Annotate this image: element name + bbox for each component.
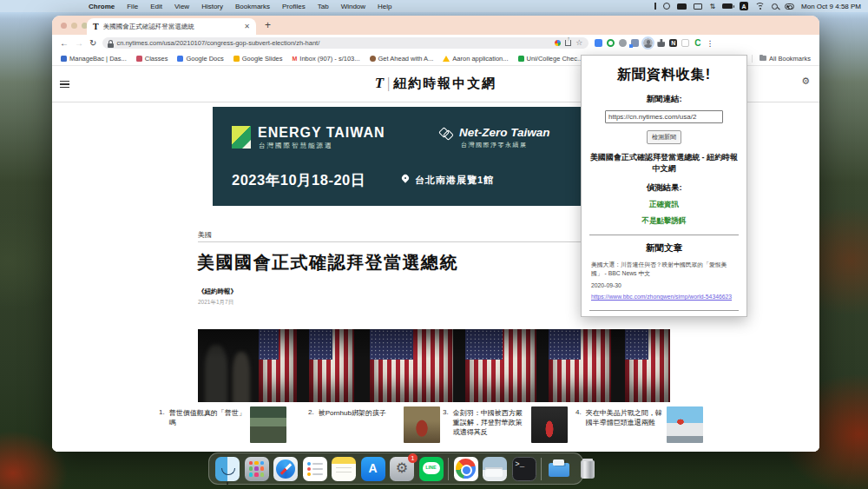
gray-extension-icon[interactable] bbox=[619, 39, 627, 47]
control-center-icon[interactable] bbox=[785, 3, 794, 10]
display-status-icon[interactable] bbox=[694, 3, 702, 10]
slate-extension-icon[interactable] bbox=[631, 39, 639, 47]
lock-icon[interactable] bbox=[108, 40, 113, 43]
list-item[interactable]: 4. 夾在中美晶片戰之間，韓國半導體巨頭進退兩難 bbox=[575, 408, 662, 427]
browser-tab[interactable]: T 美國國會正式確認拜登當選總統 ✕ bbox=[87, 18, 256, 35]
all-bookmarks-button[interactable]: All Bookmarks bbox=[752, 55, 811, 63]
menu-item-tab[interactable]: Tab bbox=[318, 3, 329, 10]
recirculation-list: 1. 普世價值觀真的「普世」嗎 2. 被Pornhub綁架的孩子 3. 金刻羽：… bbox=[52, 402, 819, 452]
menu-item-help[interactable]: Help bbox=[378, 3, 391, 10]
list-rank: 2. bbox=[308, 408, 314, 418]
related-article-link[interactable]: https://www.bbc.com/zhongwen/simp/world-… bbox=[591, 293, 737, 301]
close-window-button[interactable] bbox=[61, 23, 67, 29]
menu-item-history[interactable]: History bbox=[201, 3, 223, 10]
news-collector-extension-icon[interactable] bbox=[643, 38, 653, 48]
menu-item-bookmarks[interactable]: Bookmarks bbox=[235, 3, 270, 10]
minimize-window-button[interactable] bbox=[71, 23, 77, 29]
tab-close-icon[interactable]: ✕ bbox=[244, 23, 250, 30]
battery-icon[interactable] bbox=[722, 3, 733, 9]
bookmark-google-slides[interactable]: Google Slides bbox=[233, 55, 283, 63]
news-link-input[interactable] bbox=[605, 110, 723, 123]
bookmark-star-icon[interactable]: ☆ bbox=[575, 39, 582, 47]
spotlight-icon[interactable] bbox=[772, 3, 778, 10]
bookmark-label: Inbox (907) - s/103... bbox=[299, 55, 359, 63]
launchpad-grid bbox=[249, 461, 265, 477]
list-thumbnail[interactable] bbox=[531, 406, 568, 443]
event-date: 2023年10月18-20日 bbox=[232, 171, 365, 190]
line-dock-icon[interactable] bbox=[419, 457, 444, 481]
list-item[interactable]: 2. 被Pornhub綁架的孩子 bbox=[308, 408, 400, 418]
translate-icon[interactable] bbox=[555, 40, 561, 46]
chrome-dock-icon[interactable] bbox=[454, 457, 478, 481]
keyboard-status-icon[interactable] bbox=[677, 3, 687, 10]
input-source-icon[interactable]: A bbox=[740, 2, 748, 10]
wifi-icon[interactable] bbox=[755, 3, 765, 10]
bookmark-classes[interactable]: Classes bbox=[136, 55, 168, 63]
notes-dock-icon[interactable] bbox=[332, 457, 356, 481]
logo-divider: | bbox=[387, 76, 390, 90]
green-ring-extension-icon[interactable] bbox=[607, 39, 615, 47]
bookmark-uni-college[interactable]: Uni/College Chec... bbox=[518, 55, 583, 63]
list-thumbnail[interactable] bbox=[667, 406, 703, 443]
list-rank: 3. bbox=[443, 408, 449, 438]
list-thumbnail[interactable] bbox=[250, 406, 286, 443]
sync-arrows-icon[interactable]: ⇅ bbox=[709, 3, 715, 10]
menu-item-window[interactable]: Window bbox=[341, 3, 365, 10]
n-extension-icon[interactable]: N bbox=[669, 39, 677, 47]
forward-button[interactable]: → bbox=[75, 39, 83, 48]
article-byline: 《紐約時報》 bbox=[198, 287, 237, 296]
detection-result-label: 偵測結果: bbox=[582, 182, 746, 194]
downloads-folder-dock-icon[interactable] bbox=[547, 457, 571, 481]
google-drive-icon bbox=[443, 56, 450, 62]
menu-bar-clock[interactable]: Mon Oct 9 4:58 PM bbox=[801, 3, 861, 10]
gmail-icon: M bbox=[292, 56, 297, 62]
trash-dock-icon[interactable] bbox=[575, 457, 600, 481]
bookmark-label: Uni/College Chec... bbox=[527, 55, 583, 63]
result-correct-info: 正確資訊 bbox=[582, 200, 746, 210]
menu-item-file[interactable]: File bbox=[127, 3, 138, 10]
terminal-dock-icon[interactable] bbox=[512, 457, 536, 481]
list-thumbnail[interactable] bbox=[404, 406, 440, 443]
docs-extension-icon[interactable] bbox=[595, 39, 602, 47]
bookmark-label: Aaron application... bbox=[452, 55, 508, 63]
share-icon[interactable] bbox=[565, 40, 571, 46]
new-tab-button[interactable]: + bbox=[265, 19, 271, 31]
reload-button[interactable]: ↻ bbox=[89, 39, 96, 48]
coupon-extension-icon[interactable]: C bbox=[694, 39, 701, 47]
reminders-dock-icon[interactable] bbox=[303, 457, 327, 481]
menu-item-profiles[interactable]: Profiles bbox=[282, 3, 306, 10]
event-venue: 台北南港展覽1館 bbox=[415, 174, 494, 187]
preview-window-dock-icon[interactable] bbox=[483, 457, 507, 481]
menu-item-chrome[interactable]: Chrome bbox=[89, 3, 115, 10]
bookmark-managebac[interactable]: ManageBac | Das... bbox=[61, 55, 127, 63]
app-store-dock-icon[interactable] bbox=[361, 457, 385, 481]
status-bar-icon[interactable] bbox=[654, 3, 656, 10]
back-button[interactable]: ← bbox=[60, 39, 69, 48]
list-item[interactable]: 3. 金刻羽：中國被西方嚴重誤解，拜登對華政策或適得其反 bbox=[443, 408, 526, 438]
white-extension-icon[interactable] bbox=[681, 39, 689, 47]
list-title: 夾在中美晶片戰之間，韓國半導體巨頭進退兩難 bbox=[586, 408, 662, 427]
location-status-icon[interactable] bbox=[663, 3, 670, 10]
bookmark-google-docs[interactable]: Google Docs bbox=[177, 55, 223, 63]
list-title: 金刻羽：中國被西方嚴重誤解，拜登對華政策或適得其反 bbox=[453, 408, 526, 438]
menu-item-view[interactable]: View bbox=[174, 3, 189, 10]
bookmark-aaron-application[interactable]: Aaron application... bbox=[443, 55, 508, 63]
macos-menu-bar: Chrome File Edit View History Bookmarks … bbox=[0, 0, 868, 12]
url-text: cn.nytimes.com/usa/20210107/congress-gop… bbox=[116, 39, 551, 47]
window-controls bbox=[61, 23, 88, 29]
extensions-puzzle-icon[interactable] bbox=[657, 39, 665, 47]
detect-news-button[interactable]: 檢測新聞 bbox=[647, 130, 681, 144]
bookmark-inbox[interactable]: MInbox (907) - s/103... bbox=[292, 55, 359, 63]
article-category[interactable]: 美國 bbox=[198, 230, 212, 240]
system-settings-dock-icon[interactable]: 1 bbox=[390, 457, 414, 481]
page-settings-gear-icon[interactable]: ⚙ bbox=[801, 76, 810, 87]
address-bar[interactable]: cn.nytimes.com/usa/20210107/congress-gop… bbox=[102, 37, 589, 49]
finder-dock-icon[interactable] bbox=[215, 457, 240, 481]
safari-dock-icon[interactable] bbox=[273, 457, 298, 481]
menu-item-edit[interactable]: Edit bbox=[150, 3, 162, 10]
bookmark-label: Google Docs bbox=[186, 55, 223, 63]
chrome-menu-kebab-icon[interactable]: ⋮ bbox=[706, 39, 713, 48]
list-item[interactable]: 1. 普世價值觀真的「普世」嗎 bbox=[159, 408, 246, 427]
bookmark-get-ahead[interactable]: Get Ahead with A... bbox=[370, 55, 434, 63]
launchpad-dock-icon[interactable] bbox=[245, 457, 269, 481]
